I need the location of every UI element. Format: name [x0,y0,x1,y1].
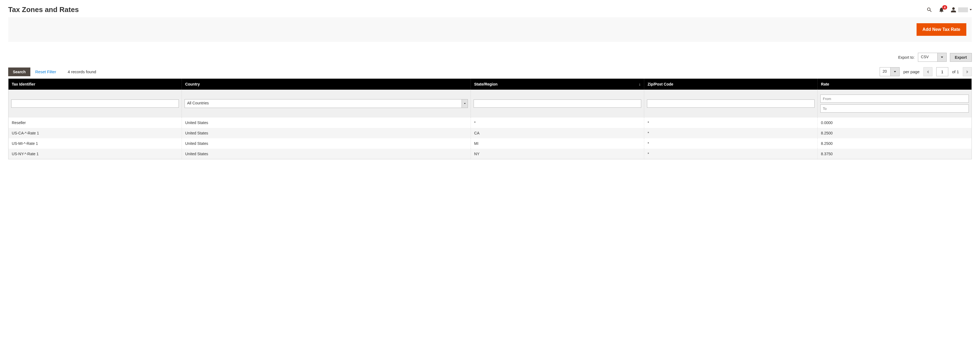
cell-state: CA [471,128,644,138]
per-page-label: per page [904,69,920,74]
header-actions: 4 [926,7,972,13]
prev-page-button[interactable] [923,67,932,76]
cell-identifier: US-MI-*-Rate 1 [8,138,182,149]
cell-country: United States [182,149,471,159]
cell-zip: * [644,149,818,159]
chevron-down-icon [970,9,972,10]
next-page-button[interactable] [963,67,972,76]
page-number-input[interactable] [936,67,948,76]
per-page-value: 20 [880,67,890,76]
cell-state: MI [471,138,644,149]
col-header-country[interactable]: Country [182,79,471,90]
cell-zip: * [644,118,818,128]
per-page-dropdown-button[interactable] [890,67,899,76]
chevron-down-icon [894,71,896,72]
search-icon[interactable] [926,7,932,13]
filter-rate-to-input[interactable] [820,104,969,113]
records-found-label: 4 records found [68,69,96,74]
per-page-select[interactable]: 20 [880,67,900,76]
tax-rates-table: Tax Identifier Country State/Region ↓ Zi… [8,78,972,159]
filter-zip-input[interactable] [647,99,815,108]
of-pages-label: of 1 [952,69,959,74]
chevron-down-icon [464,103,466,104]
cell-zip: * [644,128,818,138]
cell-state: * [471,118,644,128]
col-header-state-region-label: State/Region [474,82,498,86]
table-row[interactable]: US-NY-*-Rate 1United StatesNY*8.3750 [8,149,972,159]
cell-rate: 8.2500 [818,128,972,138]
chevron-right-icon [966,70,969,74]
cell-rate: 8.3750 [818,149,972,159]
col-header-state-region[interactable]: State/Region ↓ [471,79,644,90]
cell-country: United States [182,138,471,149]
cell-rate: 8.2500 [818,138,972,149]
col-header-rate[interactable]: Rate [818,79,972,90]
filter-country-dropdown-button[interactable] [461,99,468,108]
cell-identifier: Reseller [8,118,182,128]
export-format-value: CSV [918,53,937,62]
cell-state: NY [471,149,644,159]
filter-country-value: All Countries [185,99,461,108]
table-row[interactable]: ResellerUnited States**0.0000 [8,118,972,128]
col-header-tax-identifier[interactable]: Tax Identifier [8,79,182,90]
page-title: Tax Zones and Rates [8,5,79,14]
notifications-icon[interactable]: 4 [939,7,945,13]
chevron-down-icon [941,57,943,58]
table-row[interactable]: US-MI-*-Rate 1United StatesMI*8.2500 [8,138,972,149]
cell-identifier: US-CA-*-Rate 1 [8,128,182,138]
cell-country: United States [182,118,471,128]
export-format-select[interactable]: CSV [918,53,947,62]
reset-filter-link[interactable]: Reset Filter [35,69,56,74]
user-menu[interactable] [950,7,972,13]
export-format-dropdown-button[interactable] [937,53,947,62]
action-bar: Add New Tax Rate [8,17,972,42]
cell-zip: * [644,138,818,149]
filter-country-select[interactable]: All Countries [185,99,468,108]
filter-state-input[interactable] [474,99,641,108]
chevron-left-icon [926,70,929,74]
add-new-tax-rate-button[interactable]: Add New Tax Rate [916,23,966,36]
search-button[interactable]: Search [8,67,30,76]
sort-indicator-icon: ↓ [639,82,641,86]
export-label: Export to: [898,55,915,60]
col-header-zip-post[interactable]: Zip/Post Code [644,79,818,90]
user-name-placeholder [958,7,968,12]
cell-rate: 0.0000 [818,118,972,128]
export-toolbar: Export to: CSV Export [8,53,972,62]
cell-identifier: US-NY-*-Rate 1 [8,149,182,159]
cell-country: United States [182,128,471,138]
filter-tax-identifier-input[interactable] [11,99,179,108]
export-button[interactable]: Export [950,53,972,62]
filter-rate-from-input[interactable] [820,95,969,103]
table-row[interactable]: US-CA-*-Rate 1United StatesCA*8.2500 [8,128,972,138]
notification-badge: 4 [942,5,947,10]
user-icon [950,7,956,13]
